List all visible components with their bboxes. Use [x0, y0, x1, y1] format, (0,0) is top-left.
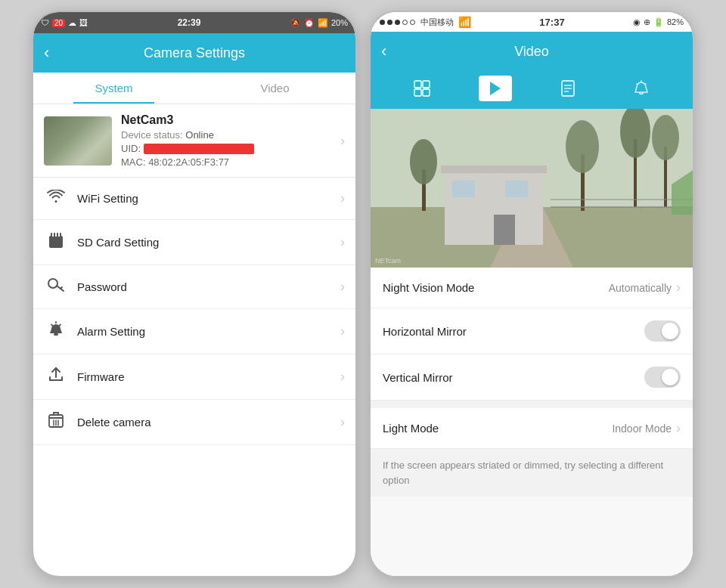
vertical-mirror-item[interactable]: Vertical Mirror — [371, 354, 693, 401]
svg-rect-0 — [49, 236, 63, 248]
menu-item-password[interactable]: Password › — [33, 265, 355, 309]
device-info: NetCam3 Device status: Online UID: REDAC… — [112, 113, 340, 168]
device-card-chevron: › — [340, 133, 345, 149]
left-header-title: Camera Settings — [144, 45, 245, 61]
left-status-bar: 🛡 20 ☁ 🖼 22:39 🔕 ⏰ 📶 20% — [33, 12, 355, 33]
menu-item-wifi[interactable]: WiFi Setting › — [33, 178, 355, 220]
signal-dots: 中国移动 📶 — [380, 16, 471, 28]
svg-rect-3 — [55, 233, 57, 237]
wifi-menu-icon — [44, 190, 68, 207]
sdcard-menu-label: SD Card Setting — [68, 236, 340, 249]
device-status: Device status: Online — [121, 129, 340, 141]
svg-rect-21 — [423, 81, 430, 88]
alarm-menu-label: Alarm Setting — [68, 325, 340, 338]
left-phone: 🛡 20 ☁ 🖼 22:39 🔕 ⏰ 📶 20% ‹ Camera Settin… — [32, 11, 357, 577]
horizontal-mirror-knob — [662, 323, 678, 339]
notification-badge: 20 — [52, 19, 65, 27]
menu-item-firmware[interactable]: Firmware › — [33, 354, 355, 400]
vtab-grid[interactable] — [405, 76, 439, 101]
right-back-button[interactable]: ‹ — [381, 42, 386, 61]
device-image — [44, 116, 112, 166]
vtab-play[interactable] — [479, 76, 512, 101]
svg-rect-2 — [52, 233, 54, 237]
svg-rect-22 — [414, 89, 421, 96]
dot4 — [402, 20, 408, 25]
sdcard-chevron: › — [340, 234, 345, 250]
vtab-bell[interactable] — [625, 76, 658, 101]
shield-icon: 🛡 — [41, 18, 49, 27]
horizontal-mirror-label: Horizontal Mirror — [383, 325, 467, 338]
left-back-button[interactable]: ‹ — [44, 43, 49, 63]
wifi-menu-label: WiFi Setting — [68, 192, 340, 205]
tab-system[interactable]: System — [33, 73, 194, 104]
right-time: 17:37 — [539, 17, 564, 28]
delete-chevron: › — [340, 414, 345, 430]
right-header-title: Video — [514, 44, 549, 60]
dot2 — [387, 20, 392, 25]
light-mode-chevron: › — [676, 420, 681, 436]
right-phone: 中国移动 📶 17:37 ◉ ⊕ 🔋 82% ‹ Video — [369, 11, 694, 577]
tab-video[interactable]: Video — [194, 73, 355, 104]
password-chevron: › — [340, 279, 345, 295]
menu-item-delete[interactable]: Delete camera › — [33, 400, 355, 445]
night-vision-chevron: › — [676, 280, 681, 296]
svg-point-5 — [48, 279, 57, 288]
menu-item-sdcard[interactable]: SD Card Setting › — [33, 220, 355, 265]
svg-rect-4 — [58, 233, 60, 237]
svg-line-7 — [60, 287, 62, 289]
night-vision-item[interactable]: Night Vision Mode Automatically › — [371, 268, 693, 308]
light-mode-item[interactable]: Light Mode Indoor Mode › — [371, 408, 693, 449]
image-icon: 🖼 — [79, 18, 88, 27]
delete-menu-label: Delete camera — [68, 416, 340, 429]
share-icon: ⊕ — [644, 17, 650, 27]
light-mode-label: Light Mode — [383, 422, 439, 435]
video-watermark: NETcam — [375, 257, 401, 265]
vertical-mirror-label: Vertical Mirror — [383, 371, 453, 384]
status-icons-right: 🔕 ⏰ 📶 20% — [290, 18, 348, 28]
uid-redacted: REDACTED — [144, 144, 254, 154]
carrier-name: 中国移动 — [420, 17, 454, 28]
trash-icon — [44, 412, 68, 432]
battery-pct: 20% — [331, 18, 348, 27]
light-mode-value: Indoor Mode › — [612, 420, 681, 436]
horizontal-mirror-item[interactable]: Horizontal Mirror — [371, 308, 693, 354]
right-header: ‹ Video — [371, 32, 693, 71]
horizontal-mirror-toggle[interactable] — [644, 320, 681, 342]
svg-point-44 — [652, 115, 679, 160]
video-preview: NETcam — [371, 109, 693, 268]
vertical-mirror-knob — [662, 369, 678, 385]
right-status-icons: ◉ ⊕ 🔋 82% — [633, 17, 684, 27]
svg-rect-34 — [494, 215, 515, 245]
device-mac: MAC: 48:02:2A:05:F3:77 — [121, 156, 340, 168]
svg-point-38 — [410, 139, 437, 184]
device-card[interactable]: NetCam3 Device status: Online UID: REDAC… — [33, 104, 355, 178]
mute-icon: 🔕 — [290, 18, 301, 28]
svg-rect-36 — [505, 181, 528, 197]
alarm-icon: ⏰ — [304, 18, 315, 28]
svg-rect-35 — [452, 181, 475, 197]
settings-spacer — [371, 401, 693, 408]
firmware-chevron: › — [340, 369, 345, 385]
vertical-mirror-toggle[interactable] — [644, 367, 681, 388]
device-uid: UID: REDACTED — [121, 143, 340, 154]
night-vision-value: Automatically › — [609, 280, 681, 296]
svg-marker-24 — [490, 82, 501, 95]
left-header: ‹ Camera Settings — [33, 33, 355, 73]
sdcard-icon — [44, 232, 68, 252]
menu-list: WiFi Setting › SD Card Setting › — [33, 178, 355, 576]
vtab-doc[interactable] — [551, 76, 585, 101]
video-tabs — [371, 71, 693, 109]
location-icon: ◉ — [633, 17, 641, 27]
wifi-chevron: › — [340, 190, 345, 206]
info-box: If the screen appears striated or dimmed… — [371, 449, 693, 497]
cloud-icon: ☁ — [68, 18, 76, 28]
svg-point-40 — [566, 120, 599, 173]
dot5 — [410, 20, 415, 25]
menu-item-alarm[interactable]: Alarm Setting › — [33, 309, 355, 354]
svg-rect-8 — [54, 333, 58, 336]
firmware-menu-label: Firmware — [68, 370, 340, 383]
battery-icon: 🔋 — [653, 17, 664, 27]
svg-rect-23 — [423, 89, 430, 96]
alarm-bell-icon — [44, 321, 68, 342]
wifi-status-icon: 📶 — [458, 16, 471, 28]
